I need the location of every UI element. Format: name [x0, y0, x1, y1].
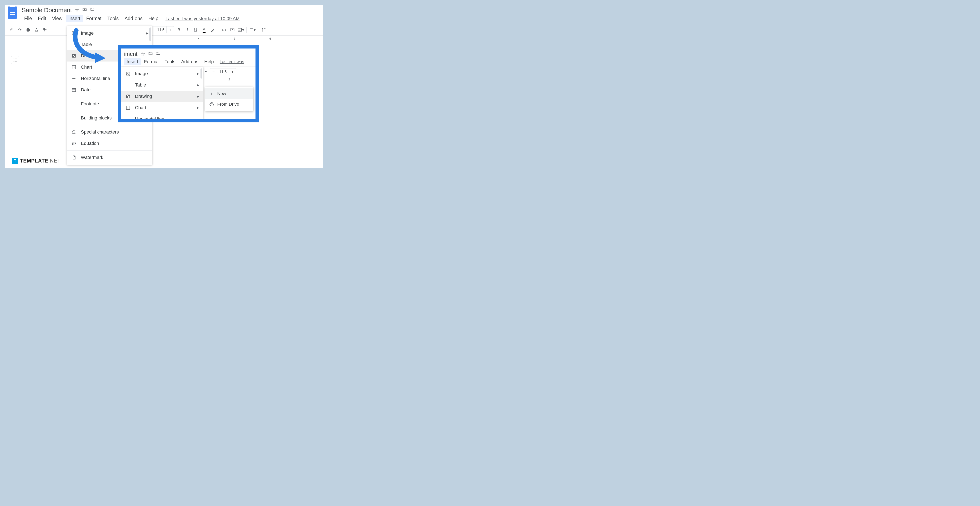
inset-toolbar: ▼ − 11.5 +	[203, 67, 256, 77]
inset-menu-help[interactable]: Help	[202, 58, 216, 65]
menu-label: Table	[135, 82, 146, 88]
date-icon	[71, 88, 77, 92]
move-folder-icon[interactable]	[82, 7, 87, 13]
menu-label: Drawing	[81, 53, 98, 59]
toolbar: ↶ ↷ A ▾ − 11.5 + B I U A ▾ ▾	[5, 24, 323, 36]
ruler-mark: 6	[269, 37, 271, 40]
redo-icon[interactable]: ↷	[16, 26, 23, 33]
star-icon[interactable]: ☆	[75, 7, 80, 13]
inset-last-edit-link[interactable]: Last edit was	[220, 59, 244, 64]
image-icon	[125, 72, 131, 76]
insert-image-item[interactable]: Image ▶	[67, 27, 152, 39]
menu-format[interactable]: Format	[84, 15, 104, 22]
svg-rect-8	[72, 89, 76, 92]
menu-addons[interactable]: Add-ons	[122, 15, 145, 22]
font-size-decrease-button[interactable]: −	[210, 68, 217, 75]
inset-menu-format[interactable]: Format	[142, 58, 161, 65]
inset-menu-addons[interactable]: Add-ons	[179, 58, 201, 65]
inset-insert-hline-item[interactable]: Horizontal line	[121, 113, 203, 123]
svg-rect-6	[74, 56, 75, 57]
font-dropdown-icon[interactable]: ▼	[205, 70, 207, 73]
inset-insert-image-item[interactable]: Image ▶	[121, 68, 203, 80]
move-folder-icon[interactable]	[148, 51, 153, 57]
insert-equation-item[interactable]: π² Equation	[67, 138, 152, 149]
inset-menu-tools[interactable]: Tools	[162, 58, 178, 65]
star-icon[interactable]: ☆	[140, 51, 145, 57]
submenu-label: New	[217, 91, 226, 96]
print-icon[interactable]	[25, 26, 32, 33]
menu-label: Watermark	[81, 155, 103, 160]
inset-menu-insert[interactable]: Insert	[124, 58, 141, 65]
menu-label: Equation	[81, 141, 99, 146]
document-title[interactable]: Sample Document	[22, 6, 72, 14]
menu-edit[interactable]: Edit	[35, 15, 49, 22]
menu-label: Horizontal line	[81, 76, 110, 81]
insert-special-chars-item[interactable]: Ω Special characters	[67, 126, 152, 138]
comment-icon[interactable]	[229, 26, 236, 33]
svg-rect-13	[128, 96, 129, 98]
inset-insert-dropdown: Image ▶ Table ▶ Drawing ▶ Chart ▶	[121, 67, 203, 119]
menu-label: Chart	[81, 64, 92, 70]
inset-insert-table-item[interactable]: Table ▶	[121, 80, 203, 91]
menu-file[interactable]: File	[22, 15, 35, 22]
inset-ruler: 2	[203, 77, 256, 82]
menu-label: Building blocks	[81, 115, 112, 121]
spellcheck-icon[interactable]: A	[33, 26, 40, 33]
menu-help[interactable]: Help	[146, 15, 161, 22]
inset-menubar: Insert Format Tools Add-ons Help Last ed…	[121, 57, 256, 67]
svg-rect-2	[72, 32, 76, 35]
menubar: File Edit View Insert Format Tools Add-o…	[22, 15, 240, 22]
font-size-increase-button[interactable]: +	[229, 68, 236, 75]
menu-label: Chart	[135, 105, 146, 110]
menu-label: Image	[81, 30, 94, 36]
highlight-icon[interactable]	[209, 26, 216, 33]
text-color-icon[interactable]: A	[200, 26, 208, 33]
submenu-arrow-icon: ▶	[197, 83, 199, 87]
last-edit-link[interactable]: Last edit was yesterday at 10:09 AM	[165, 16, 240, 21]
link-icon[interactable]	[220, 26, 228, 33]
menu-label: Image	[135, 71, 148, 76]
inset-insert-chart-item[interactable]: Chart ▶	[121, 102, 203, 113]
line-spacing-icon[interactable]	[260, 26, 267, 33]
drawing-from-drive-item[interactable]: From Drive	[205, 99, 253, 110]
menu-tools[interactable]: Tools	[105, 15, 121, 22]
insert-image-icon[interactable]: ▾	[237, 26, 244, 33]
omega-icon: Ω	[71, 129, 77, 135]
menu-view[interactable]: View	[49, 15, 65, 22]
font-size-input[interactable]: 11.5	[217, 68, 229, 75]
bold-icon[interactable]: B	[175, 26, 183, 33]
ruler-mark: 5	[234, 37, 235, 40]
toolbar-separator	[218, 27, 218, 33]
document-outline-icon[interactable]	[11, 56, 19, 64]
insert-watermark-item[interactable]: Watermark	[67, 152, 152, 163]
menu-separator	[67, 125, 152, 125]
svg-point-5	[73, 55, 74, 56]
drawing-icon	[71, 54, 77, 58]
align-icon[interactable]: ▾	[249, 26, 256, 33]
underline-icon[interactable]: U	[192, 26, 199, 33]
chart-icon	[125, 105, 131, 110]
font-size-increase-button[interactable]: +	[167, 27, 174, 33]
font-size-input[interactable]: 11.5	[155, 27, 167, 33]
cloud-status-icon[interactable]	[156, 51, 161, 57]
inset-font-size-group: − 11.5 +	[210, 68, 236, 75]
menu-separator	[67, 150, 152, 151]
inset-insert-drawing-item[interactable]: Drawing ▶	[121, 91, 203, 102]
submenu-arrow-icon: ▶	[197, 106, 199, 110]
drawing-submenu: ＋ New From Drive	[205, 87, 253, 111]
undo-icon[interactable]: ↶	[8, 26, 15, 33]
menu-label: Special characters	[81, 129, 119, 135]
docs-logo-icon[interactable]	[8, 6, 17, 19]
drive-icon	[209, 102, 214, 107]
submenu-arrow-icon: ▶	[197, 72, 199, 75]
svg-point-12	[127, 95, 128, 97]
watermark-icon	[71, 155, 77, 160]
header: Sample Document ☆ File Edit View Insert …	[5, 5, 323, 22]
cloud-status-icon[interactable]	[90, 7, 94, 13]
italic-icon[interactable]: I	[184, 26, 191, 33]
menu-insert[interactable]: Insert	[66, 15, 83, 22]
toolbar-separator	[258, 27, 258, 33]
template-net-watermark: T TEMPLATE.NET	[12, 158, 60, 164]
drawing-new-item[interactable]: ＋ New	[205, 88, 253, 99]
paint-format-icon[interactable]	[41, 26, 48, 33]
